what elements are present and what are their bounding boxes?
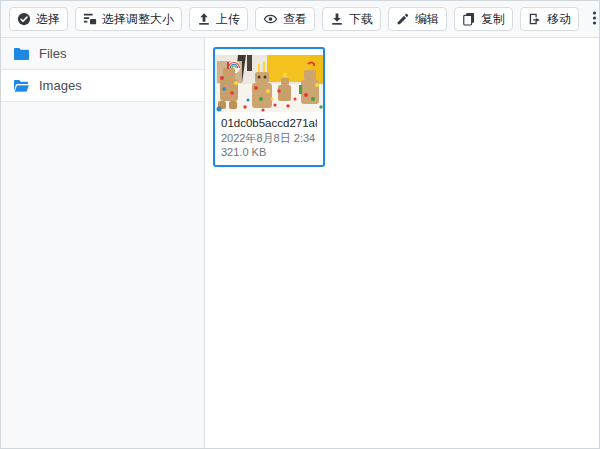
- move-button[interactable]: 移动: [520, 7, 579, 31]
- copy-button-label: 复制: [481, 12, 505, 26]
- sidebar-item-label: Images: [39, 78, 82, 93]
- content-area: Files Images: [1, 38, 599, 448]
- download-icon: [330, 12, 344, 26]
- select-button-label: 选择: [36, 12, 60, 26]
- kebab-icon: [592, 10, 597, 29]
- folder-open-icon: [13, 79, 30, 93]
- eye-icon: [263, 12, 278, 26]
- copy-button[interactable]: 复制: [454, 7, 513, 31]
- upload-button[interactable]: 上传: [189, 7, 248, 31]
- select-button[interactable]: 选择: [9, 7, 68, 31]
- sidebar-item-files[interactable]: Files: [1, 38, 204, 70]
- move-icon: [528, 12, 542, 26]
- folder-icon: [13, 47, 30, 61]
- file-name: 01dc0b5accd271a80...: [221, 116, 317, 131]
- file-size: 321.0 KB: [221, 145, 317, 159]
- move-button-label: 移动: [547, 12, 571, 26]
- upload-button-label: 上传: [216, 12, 240, 26]
- download-button[interactable]: 下载: [322, 7, 381, 31]
- file-card[interactable]: 01dc0b5accd271a80... 2022年8月8日 2:34 ... …: [213, 47, 325, 167]
- edit-button-label: 编辑: [415, 12, 439, 26]
- edit-button[interactable]: 编辑: [388, 7, 447, 31]
- select-resize-button[interactable]: 选择调整大小: [75, 7, 182, 31]
- file-thumbnail: [215, 55, 323, 112]
- sidebar-item-label: Files: [39, 46, 66, 61]
- sidebar-item-images[interactable]: Images: [1, 70, 204, 102]
- view-button[interactable]: 查看: [255, 7, 315, 31]
- sidebar: Files Images: [1, 38, 205, 448]
- check-circle-icon: [17, 12, 31, 26]
- select-resize-button-label: 选择调整大小: [102, 12, 174, 26]
- download-button-label: 下载: [349, 12, 373, 26]
- copy-icon: [462, 12, 476, 26]
- file-manager-window: 选择 选择调整大小 上传: [0, 0, 600, 449]
- upload-icon: [197, 12, 211, 26]
- select-resize-icon: [83, 12, 97, 26]
- file-card-meta: 01dc0b5accd271a80... 2022年8月8日 2:34 ... …: [215, 112, 323, 165]
- pencil-icon: [396, 12, 410, 26]
- file-date: 2022年8月8日 2:34 ...: [221, 131, 317, 145]
- file-list-area: 01dc0b5accd271a80... 2022年8月8日 2:34 ... …: [205, 38, 599, 448]
- more-options-button[interactable]: [586, 7, 600, 32]
- toolbar: 选择 选择调整大小 上传: [1, 1, 599, 38]
- view-button-label: 查看: [283, 12, 307, 26]
